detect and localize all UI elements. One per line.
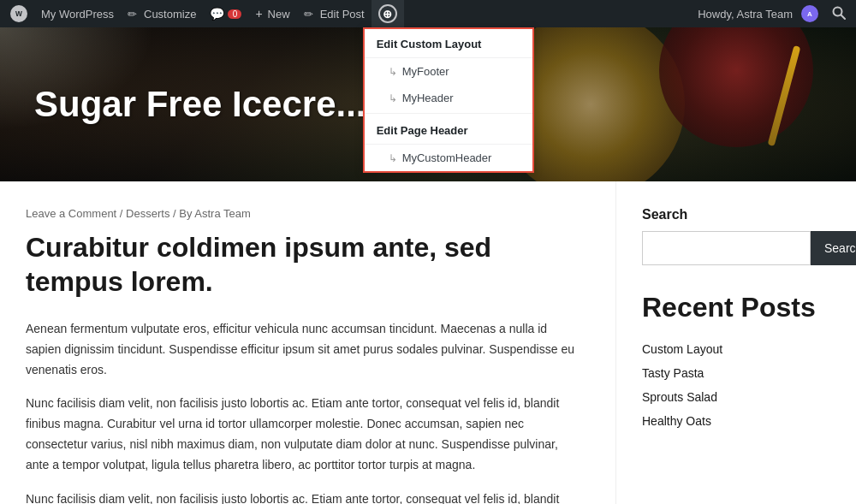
leave-comment-link[interactable]: Leave a Comment: [26, 207, 116, 220]
custom-layout-icon-button[interactable]: ⊕ Edit Custom Layout ↳ MyFooter ↳ MyHead…: [372, 0, 404, 27]
customize-icon: ✏: [128, 8, 137, 21]
admin-search-icon: [832, 6, 846, 22]
comments-button[interactable]: 💬 0: [203, 0, 248, 27]
new-content-button[interactable]: + New: [248, 0, 296, 27]
sidebar: Search Search Recent Posts Custom Layout…: [616, 181, 856, 504]
greeting-button[interactable]: Howdy, Astra Team A: [691, 0, 825, 27]
meta-separator-1: /: [120, 207, 126, 220]
content-area: Leave a Comment / Desserts / By Astra Te…: [0, 181, 856, 504]
new-label: New: [268, 8, 290, 21]
admin-bar: W My WordPress ✏ Customize 💬 0 + New ✏ E…: [0, 0, 856, 27]
myfooter-item[interactable]: ↳ MyFooter: [365, 58, 532, 85]
post-paragraph-2: Nunc facilisis diam velit, non facilisis…: [26, 394, 581, 475]
post-title: Curabitur coldimen ipsum ante, sed tempu…: [26, 230, 581, 299]
wp-icon: W: [10, 5, 27, 22]
edit-page-header-header[interactable]: Edit Page Header: [365, 116, 532, 145]
recent-post-link-0[interactable]: Custom Layout: [642, 342, 722, 356]
site-wrapper: Leave a Comment / Desserts / By Astra Te…: [0, 181, 856, 504]
admin-bar-right: Howdy, Astra Team A: [691, 0, 853, 27]
edit-page-header-label: Edit Page Header: [377, 124, 468, 137]
by-label: By: [179, 207, 192, 220]
dropdown-divider: [365, 113, 532, 114]
main-content: Leave a Comment / Desserts / By Astra Te…: [0, 181, 616, 504]
myheader-item[interactable]: ↳ MyHeader: [365, 85, 532, 111]
recent-post-link-3[interactable]: Healthy Oats: [642, 414, 711, 428]
astra-avatar: A: [801, 5, 818, 22]
post-paragraph-3: Nunc facilisis diam velit, non facilisis…: [26, 489, 581, 504]
list-item: Custom Layout: [642, 337, 830, 361]
edit-custom-layout-label: Edit Custom Layout: [377, 38, 482, 50]
site-name-button[interactable]: My WordPress: [34, 0, 121, 27]
astra-icon-label: A: [807, 10, 812, 18]
svg-text:W: W: [15, 9, 22, 18]
sidebar-search-label: Search: [642, 207, 830, 222]
list-item: Tasty Pasta: [642, 361, 830, 385]
mycustomheader-item[interactable]: ↳ MyCustomHeader: [365, 145, 532, 171]
comments-count: 0: [228, 9, 241, 19]
edit-post-label: Edit Post: [320, 8, 365, 21]
search-row: Search: [642, 231, 830, 265]
mycustomheader-label: MyCustomHeader: [402, 151, 492, 164]
recent-posts-list: Custom Layout Tasty Pasta Sprouts Salad …: [642, 337, 830, 433]
recent-post-link-2[interactable]: Sprouts Salad: [642, 390, 717, 404]
hero-title: Sugar Free Icecre...: [34, 83, 366, 126]
comments-icon: 💬: [210, 7, 224, 21]
wp-logo-button[interactable]: W: [3, 0, 34, 27]
sub-arrow-3: ↳: [389, 152, 397, 164]
search-button[interactable]: Search: [811, 231, 856, 265]
site-name-label: My WordPress: [41, 8, 114, 21]
post-paragraph-1: Aenean fermentum vulputate eros, efficit…: [26, 319, 581, 380]
custom-layout-icon: ⊕: [378, 4, 397, 23]
edit-custom-layout-header[interactable]: Edit Custom Layout: [365, 29, 532, 58]
list-item: Healthy Oats: [642, 409, 830, 433]
post-meta: Leave a Comment / Desserts / By Astra Te…: [26, 207, 581, 220]
customize-button[interactable]: ✏ Customize: [121, 0, 203, 27]
author-link[interactable]: Astra Team: [194, 207, 251, 220]
recent-post-link-1[interactable]: Tasty Pasta: [642, 366, 704, 380]
edit-post-button[interactable]: ✏ Edit Post: [297, 0, 372, 27]
svg-line-3: [841, 15, 846, 19]
admin-search-button[interactable]: [825, 0, 853, 27]
list-item: Sprouts Salad: [642, 385, 830, 409]
plus-icon: +: [255, 7, 262, 21]
sub-arrow-1: ↳: [389, 66, 397, 78]
custom-layout-dropdown: Edit Custom Layout ↳ MyFooter ↳ MyHeader…: [363, 27, 534, 173]
category-link[interactable]: Desserts: [126, 207, 169, 220]
edit-icon: ✏: [304, 8, 313, 21]
search-input[interactable]: [642, 231, 811, 265]
myfooter-label: MyFooter: [402, 65, 449, 78]
myheader-label: MyHeader: [402, 92, 454, 104]
greeting-label: Howdy, Astra Team: [698, 8, 793, 21]
customize-label: Customize: [144, 8, 196, 21]
sub-arrow-2: ↳: [389, 92, 397, 104]
recent-posts-title: Recent Posts: [642, 291, 830, 323]
hero-text-container: Sugar Free Icecre...: [0, 66, 401, 143]
